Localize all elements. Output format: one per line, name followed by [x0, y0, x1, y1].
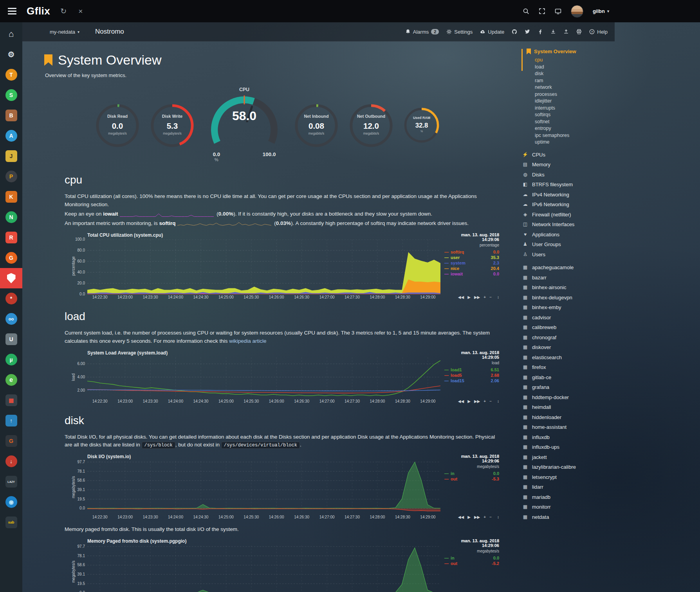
- upload-icon[interactable]: [563, 29, 569, 34]
- sidebar-app-duplicati[interactable]: U: [0, 329, 22, 349]
- hostname[interactable]: Nostromo: [95, 28, 124, 36]
- twitter-icon[interactable]: [525, 29, 530, 34]
- menu-container-diskover[interactable]: ▦diskover: [522, 342, 615, 353]
- menu-icon[interactable]: [6, 5, 18, 18]
- chart-zoom-out-icon[interactable]: −: [489, 399, 492, 403]
- menu-container-letsencrypt[interactable]: ▦letsencrypt: [522, 472, 615, 482]
- fullscreen-icon[interactable]: [539, 8, 545, 14]
- chart-system-io[interactable]: megabytes/s 97.778.158.639.119.50.0 Disk…: [65, 454, 499, 520]
- chart-zoom-out-icon[interactable]: −: [489, 515, 492, 519]
- print-icon[interactable]: [576, 29, 582, 34]
- legend-cpu-system[interactable]: —system2.3: [444, 260, 499, 266]
- menu-container-mariadb[interactable]: ▦mariadb: [522, 492, 615, 502]
- legend-io-in[interactable]: —in0.0: [444, 471, 499, 476]
- menu-item-entropy[interactable]: entropy: [527, 125, 615, 132]
- wikipedia-link[interactable]: wikipedia article: [229, 338, 266, 344]
- menu-section-cpus[interactable]: ⚡CPUs: [522, 150, 615, 160]
- github-icon[interactable]: [512, 29, 517, 34]
- refresh-icon[interactable]: ↻: [59, 6, 68, 16]
- menu-container-heimdall[interactable]: ▦heimdall: [522, 402, 615, 412]
- legend-pgpgio-in[interactable]: —in0.0: [444, 555, 499, 561]
- user-menu[interactable]: gilbn ▾: [593, 8, 609, 14]
- menu-container-lazylibrarian-calibre[interactable]: ▦lazylibrarian-calibre: [522, 462, 615, 472]
- chart-resize-icon[interactable]: ↕: [497, 399, 499, 403]
- menu-container-hddtemp-docker[interactable]: ▦hddtemp-docker: [522, 392, 615, 403]
- menu-system-overview[interactable]: System Overview: [527, 49, 615, 54]
- menu-item-interrupts[interactable]: interrupts: [527, 105, 615, 112]
- menu-item-load[interactable]: load: [527, 64, 615, 71]
- sidebar-app-radarr[interactable]: R: [0, 227, 22, 248]
- sidebar-app-plex[interactable]: P: [0, 166, 22, 187]
- chart-pan-right-icon[interactable]: ▶▶: [474, 295, 480, 299]
- sidebar-app-nextcloud[interactable]: ◉: [0, 492, 22, 512]
- menu-container-firefox[interactable]: ▦firefox: [522, 362, 615, 372]
- help-button[interactable]: ? Help: [589, 29, 608, 35]
- sidebar-app-mariadb[interactable]: *: [0, 288, 22, 309]
- legend-load-load1[interactable]: —load16.51: [444, 367, 499, 372]
- menu-container-binhex-airsonic[interactable]: ▦binhex-airsonic: [522, 283, 615, 293]
- chart-play-icon[interactable]: ▶: [467, 515, 471, 519]
- sidebar-app-sabnzbd[interactable]: sab: [0, 512, 22, 533]
- sidebar-app-nzbget[interactable]: N: [0, 207, 22, 227]
- chart-pan-left-icon[interactable]: ◀◀: [458, 515, 464, 519]
- menu-container-apacheguacamole[interactable]: ▦apacheguacamole: [522, 263, 615, 273]
- update-button[interactable]: Update: [480, 29, 504, 35]
- sidebar-app-airsonic[interactable]: A: [0, 126, 22, 146]
- menu-container-gitlab-ce[interactable]: ▦gitlab-ce: [522, 372, 615, 383]
- legend-cpu-iowait[interactable]: —iowait0.0: [444, 271, 499, 277]
- menu-container-hiddenloader[interactable]: ▦hiddenloader: [522, 412, 615, 423]
- chart-zoom-in-icon[interactable]: +: [484, 295, 486, 299]
- menu-container-bazarr[interactable]: ▦bazarr: [522, 273, 615, 283]
- sidebar-app-owncloud[interactable]: oo: [0, 309, 22, 329]
- menu-item-softirqs[interactable]: softirqs: [527, 112, 615, 119]
- menu-item-softnet[interactable]: softnet: [527, 119, 615, 126]
- chart-plot[interactable]: [87, 545, 440, 592]
- chart-plot[interactable]: [87, 461, 440, 514]
- chart-resize-icon[interactable]: ↕: [497, 295, 499, 299]
- menu-container-grafana[interactable]: ▦grafana: [522, 382, 615, 392]
- menu-container-lidarr[interactable]: ▦lidarr: [522, 482, 615, 492]
- sidebar-app-utorrent[interactable]: µ: [0, 349, 22, 370]
- menu-item-cpu[interactable]: cpu: [527, 57, 615, 64]
- sidebar-app-netdata[interactable]: [0, 268, 22, 288]
- legend-io-out[interactable]: —out-5.3: [444, 476, 499, 482]
- sidebar-app-filebrowser[interactable]: ↑: [0, 410, 22, 431]
- sidebar-app-kodi[interactable]: K: [0, 187, 22, 207]
- chart-zoom-in-icon[interactable]: +: [484, 399, 486, 403]
- menu-container-chronograf[interactable]: ▦chronograf: [522, 333, 615, 343]
- menu-section-memory[interactable]: ▤Memory: [522, 160, 615, 170]
- menu-container-influxdb-ups[interactable]: ▦influxdb-ups: [522, 442, 615, 452]
- sidebar-app-monitorr[interactable]: ▦: [0, 390, 22, 410]
- chart-pan-right-icon[interactable]: ▶▶: [474, 399, 480, 403]
- sidebar-app-sonarr[interactable]: S: [0, 85, 22, 105]
- sidebar-app-downloader[interactable]: ↓: [0, 451, 22, 471]
- app-title[interactable]: Gflix: [27, 5, 50, 17]
- host-selector[interactable]: my-netdata ▾: [50, 29, 79, 35]
- legend-pgpgio-out[interactable]: —out-5.2: [444, 561, 499, 566]
- menu-section-users[interactable]: ♙Users: [522, 250, 615, 260]
- chart-zoom-out-icon[interactable]: −: [489, 295, 492, 299]
- legend-load-load5[interactable]: —load52.68: [444, 372, 499, 378]
- legend-cpu-nice[interactable]: —nice20.4: [444, 266, 499, 271]
- search-icon[interactable]: [523, 8, 529, 14]
- sidebar-app-grafana[interactable]: G: [0, 248, 22, 268]
- chart-play-icon[interactable]: ▶: [467, 399, 471, 403]
- menu-section-firewall-netfilter-[interactable]: ◈Firewall (netfilter): [522, 210, 615, 220]
- download-icon[interactable]: [550, 29, 556, 34]
- menu-container-binhex-emby[interactable]: ▦binhex-emby: [522, 302, 615, 313]
- sidebar-app-home[interactable]: ⌂: [0, 24, 22, 44]
- close-icon[interactable]: ×: [77, 6, 84, 16]
- sidebar-app-settings[interactable]: ⚙: [0, 44, 22, 65]
- menu-item-ipc-semaphores[interactable]: ipc semaphores: [527, 132, 615, 139]
- facebook-icon[interactable]: [538, 29, 543, 34]
- sidebar-app-tautulli[interactable]: T: [0, 65, 22, 85]
- chart-play-icon[interactable]: ▶: [467, 295, 471, 299]
- alarms-button[interactable]: Alarms 2: [405, 29, 439, 35]
- menu-item-network[interactable]: network: [527, 84, 615, 91]
- legend-cpu-user[interactable]: —user35.3: [444, 255, 499, 260]
- settings-button[interactable]: Settings: [446, 29, 473, 35]
- menu-section-ipv4-networking[interactable]: ☁IPv4 Networking: [522, 190, 615, 200]
- chart-system-cpu[interactable]: percentage 100.080.060.040.020.00.0 Tota…: [65, 232, 499, 300]
- menu-item-processes[interactable]: processes: [527, 91, 615, 98]
- menu-section-disks[interactable]: ◍Disks: [522, 170, 615, 180]
